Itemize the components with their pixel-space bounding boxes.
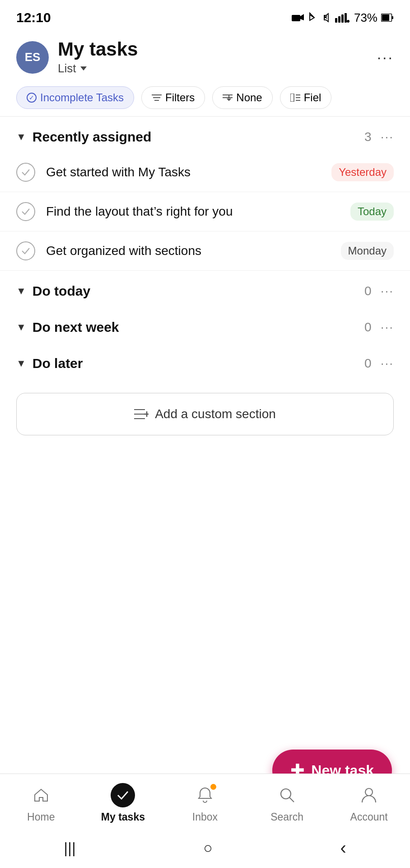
section-do-today: ▼ Do today 0 ··· (0, 271, 410, 307)
section-more-do-next-week[interactable]: ··· (381, 320, 394, 335)
add-section-label: Add a custom section (155, 407, 276, 421)
bottom-tabs: Home My tasks Inbox (0, 774, 410, 830)
svg-rect-3 (335, 18, 337, 23)
section-title-do-next-week: Do next week (33, 320, 119, 335)
section-recently-assigned: ▼ Recently assigned 3 ··· Get started wi… (0, 117, 410, 271)
section-title-do-later: Do later (33, 356, 83, 371)
filter-filters-label: Filters (165, 91, 195, 104)
bell-icon (197, 787, 213, 803)
section-header-do-later: ▼ Do later 0 ··· (0, 343, 410, 379)
bluetooth-icon (308, 12, 316, 24)
wifi-signal-icon (335, 13, 350, 23)
task-item[interactable]: Get started with My Tasks Yesterday (0, 153, 410, 192)
status-time: 12:10 (16, 10, 51, 25)
nav-item-account[interactable]: Account (335, 783, 403, 823)
nav-item-my-tasks[interactable]: My tasks (89, 783, 157, 823)
filter-fields[interactable]: Fiel (280, 86, 332, 109)
task-date-3: Monday (341, 242, 394, 260)
app-header: ES My tasks List ··· (0, 32, 410, 83)
svg-rect-5 (341, 14, 344, 23)
sort-icon (223, 94, 233, 102)
search-icon (280, 788, 295, 803)
svg-marker-1 (300, 14, 304, 20)
search-icon-container (275, 783, 299, 807)
task-item[interactable]: Find the layout that’s right for you Tod… (0, 192, 410, 231)
my-tasks-check-icon (116, 789, 130, 801)
svg-line-25 (289, 797, 294, 802)
section-header-do-next-week: ▼ Do next week 0 ··· (0, 307, 410, 343)
section-more-recently-assigned[interactable]: ··· (381, 130, 394, 144)
filter-bar: Incomplete Tasks Filters None Fiel (0, 83, 410, 116)
my-tasks-label: My tasks (101, 811, 145, 823)
svg-rect-15 (290, 94, 294, 102)
page-title: My tasks (58, 39, 138, 60)
home-button[interactable]: ○ (194, 837, 222, 859)
filter-none-label: None (236, 91, 262, 104)
custom-section-icon (134, 408, 149, 420)
task-check-3[interactable] (16, 241, 35, 260)
inbox-label: Inbox (192, 811, 218, 823)
add-custom-section-button[interactable]: Add a custom section (16, 393, 394, 435)
task-text-2: Find the layout that’s right for you (46, 204, 340, 219)
status-icons: 73% (292, 11, 394, 25)
home-label: Home (27, 811, 55, 823)
home-icon (33, 788, 49, 803)
avatar[interactable]: ES (16, 41, 49, 74)
collapse-icon-do-today[interactable]: ▼ (16, 285, 26, 297)
collapse-icon-do-later[interactable]: ▼ (16, 358, 26, 369)
account-label: Account (350, 811, 388, 823)
collapse-icon-do-next-week[interactable]: ▼ (16, 321, 26, 333)
account-icon-container (357, 783, 381, 807)
svg-rect-4 (338, 16, 340, 23)
svg-rect-6 (345, 13, 347, 23)
home-icon-container (29, 783, 53, 807)
section-count-do-later: 0 (364, 356, 372, 371)
fields-icon (290, 94, 300, 102)
camera-icon (292, 13, 304, 22)
battery-icon (381, 14, 394, 22)
back-button[interactable]: ‹ (331, 836, 355, 860)
section-do-next-week: ▼ Do next week 0 ··· (0, 307, 410, 343)
filter-fields-label: Fiel (304, 91, 321, 104)
view-label: List (58, 61, 76, 75)
check-icon (21, 208, 30, 215)
task-item[interactable]: Get organized with sections Monday (0, 231, 410, 271)
more-options-button[interactable]: ··· (377, 48, 394, 66)
task-text-1: Get started with My Tasks (46, 165, 321, 179)
section-more-do-later[interactable]: ··· (381, 356, 394, 371)
nav-item-inbox[interactable]: Inbox (171, 783, 239, 823)
section-count-recently-assigned: 3 (364, 130, 372, 144)
bottom-navigation: Home My tasks Inbox (0, 774, 410, 868)
view-switcher[interactable]: List (58, 61, 138, 75)
search-label: Search (270, 811, 303, 823)
person-icon (361, 787, 377, 803)
recents-button[interactable]: ||| (55, 837, 85, 859)
battery-status: 73% (354, 11, 377, 25)
status-bar: 12:10 73% (0, 0, 410, 32)
mute-icon (320, 12, 331, 24)
check-circle-icon (27, 93, 37, 103)
nav-item-home[interactable]: Home (7, 783, 75, 823)
my-tasks-icon-container (111, 783, 135, 807)
section-count-do-next-week: 0 (364, 320, 372, 335)
section-header-do-today: ▼ Do today 0 ··· (0, 271, 410, 307)
inbox-icon-container (193, 783, 217, 807)
task-check-2[interactable] (16, 202, 35, 221)
notification-badge (210, 784, 216, 790)
collapse-icon[interactable]: ▼ (16, 131, 26, 143)
filter-filters[interactable]: Filters (141, 86, 205, 109)
svg-rect-9 (382, 14, 389, 21)
filter-incomplete-label: Incomplete Tasks (40, 91, 124, 104)
section-title-recently-assigned: Recently assigned (33, 129, 151, 145)
nav-item-search[interactable]: Search (253, 783, 321, 823)
filter-incomplete-tasks[interactable]: Incomplete Tasks (16, 86, 134, 109)
task-check-1[interactable] (16, 163, 35, 182)
section-count-do-today: 0 (364, 284, 372, 298)
section-more-do-today[interactable]: ··· (381, 284, 394, 298)
filter-sort[interactable]: None (212, 86, 272, 109)
section-title-do-today: Do today (33, 283, 90, 299)
check-icon (21, 169, 30, 176)
section-header-recently-assigned: ▼ Recently assigned 3 ··· (0, 117, 410, 153)
task-date-1: Yesterday (331, 163, 394, 181)
chevron-down-icon (80, 66, 87, 71)
